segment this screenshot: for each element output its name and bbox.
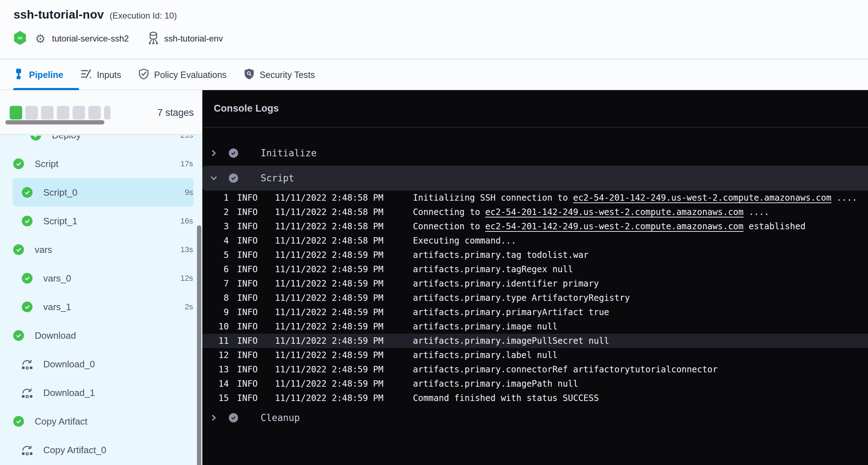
stage-segment[interactable] [25,106,38,119]
log-line: 5INFO11/11/2022 2:48:59 PMartifacts.prim… [202,248,868,262]
tab-bar: Pipeline Inputs Policy Evaluations [0,60,868,90]
stage-duration: 16s [181,216,193,226]
sidebar-item-download-0[interactable]: Download_0 [0,350,202,378]
log-message: artifacts.primary.identifier primary [413,279,599,289]
log-level: INFO [237,336,258,346]
log-message: Command finished with status SUCCESS [413,393,599,403]
host-link[interactable]: ec2-54-201-142-249.us-west-2.compute.ama… [485,221,743,231]
service-name[interactable]: tutorial-service-ssh2 [52,34,129,44]
stage-label: vars_1 [43,302,71,313]
log-timestamp: 11/11/2022 2:48:58 PM [275,236,384,246]
sidebar-item-copy-artifact[interactable]: Copy Artifact [0,407,202,436]
log-line: 1INFO11/11/2022 2:48:58 PMInitializing S… [202,191,868,205]
check-icon [13,330,24,341]
sidebar-item-script-1[interactable]: Script_116s [0,207,202,235]
log-message: artifacts.primary.tagRegex null [413,264,573,274]
stage-segment[interactable] [73,106,85,119]
check-icon [13,244,24,255]
console-header: Console Logs [202,90,868,128]
stage-duration: 17s [181,159,193,168]
log-timestamp: 11/11/2022 2:48:59 PM [275,364,384,375]
stage-segment[interactable] [41,106,54,119]
console-body: Initialize Script1INFO11/11/2022 2:48:58… [202,128,868,430]
log-section-cleanup[interactable]: Cleanup [202,405,868,430]
sidebar-item-download[interactable]: Download [0,321,202,350]
chevron-down-icon[interactable] [209,173,218,183]
sidebar-item-download-1[interactable]: Download_1 [0,378,202,407]
chevron-right-icon[interactable] [209,148,218,158]
log-timestamp: 11/11/2022 2:48:59 PM [275,293,384,303]
log-section-initialize[interactable]: Initialize [202,141,868,166]
host-link[interactable]: ec2-54-201-142-249.us-west-2.compute.ama… [485,207,743,217]
sidebar-item-copy-artifact-0[interactable]: Copy Artifact_0 [0,436,202,464]
log-line-number: 4 [202,236,229,246]
log-line-number: 10 [202,322,229,332]
log-line: 13INFO11/11/2022 2:48:59 PMartifacts.pri… [202,362,868,377]
log-line: 8INFO11/11/2022 2:48:59 PMartifacts.prim… [202,291,868,305]
stage-label: Copy Artifact_0 [43,445,106,456]
tab-inputs[interactable]: Inputs [80,60,121,89]
log-level: INFO [237,207,258,217]
log-timestamp: 11/11/2022 2:48:59 PM [275,393,384,403]
stage-strip-horizontal-scrollbar[interactable] [5,120,104,124]
tab-pipeline-label: Pipeline [29,70,63,80]
log-lines: 1INFO11/11/2022 2:48:58 PMInitializing S… [202,191,868,405]
stage-label: Script [35,158,58,170]
log-message: artifacts.primary.primaryArtifact true [413,307,609,317]
sidebar-item-vars[interactable]: vars13s [0,235,202,264]
stage-label: Download [35,330,76,341]
host-link[interactable]: ec2-54-201-142-249.us-west-2.compute.ama… [573,193,831,203]
title-row: ssh-tutorial-nov (Execution Id: 10) [0,0,868,21]
stage-label: Download_0 [43,359,95,370]
log-message: artifacts.primary.imagePath null [413,379,578,389]
environment-icon [148,31,159,46]
log-timestamp: 11/11/2022 2:48:59 PM [275,307,384,317]
page-header: ssh-tutorial-nov (Execution Id: 10) ∞ ⚙ … [0,0,868,59]
sidebar-item-vars-1[interactable]: vars_12s [0,293,202,321]
step-rollback-icon [22,387,33,398]
sidebar-item-script[interactable]: Script17s [0,150,202,178]
stage-progress-strip[interactable] [10,106,110,119]
stage-segment[interactable] [88,106,101,119]
log-message: artifacts.primary.type ArtifactoryRegist… [413,293,630,303]
check-icon [22,187,33,198]
shield-scan-icon [244,68,255,81]
tab-policy-evaluations-label: Policy Evaluations [154,70,227,80]
log-message: artifacts.primary.tag todolist.war [413,250,588,260]
sidebar-item-deploy[interactable]: Deploy29s [0,136,202,150]
stage-segment[interactable] [57,106,69,119]
stage-segment[interactable] [104,106,110,119]
log-timestamp: 11/11/2022 2:48:59 PM [275,350,384,360]
service-status-icon: ∞ [14,31,26,46]
check-icon [13,158,24,169]
log-line: 10INFO11/11/2022 2:48:59 PMartifacts.pri… [202,319,868,334]
stage-duration: 29s [181,136,193,140]
log-line: 12INFO11/11/2022 2:48:59 PMartifacts.pri… [202,348,868,362]
tab-security-tests[interactable]: Security Tests [244,60,315,89]
stage-count-label: 7 stages [157,106,194,119]
log-level: INFO [237,322,258,332]
log-line: 14INFO11/11/2022 2:48:59 PMartifacts.pri… [202,377,868,391]
log-line-number: 15 [202,393,229,403]
step-rollback-icon [22,445,33,455]
stage-list-vertical-scrollbar[interactable] [197,225,201,465]
tab-security-tests-label: Security Tests [260,70,315,80]
log-level: INFO [237,307,258,317]
log-section-script[interactable]: Script [202,166,868,191]
tab-policy-evaluations[interactable]: Policy Evaluations [138,60,227,89]
check-icon [22,216,33,226]
section-check-icon [229,413,238,422]
chevron-right-icon[interactable] [209,413,218,422]
section-label: Cleanup [261,412,300,423]
sidebar-item-script-0[interactable]: Script_09s [13,178,194,207]
section-label: Script [261,173,294,183]
tab-pipeline[interactable]: Pipeline [13,60,63,89]
log-line-number: 2 [202,207,229,217]
log-level: INFO [237,350,258,360]
log-message: Executing command... [413,236,516,246]
service-gear-icon: ⚙ [35,33,46,45]
sidebar-item-vars-0[interactable]: vars_012s [0,264,202,293]
environment-name[interactable]: ssh-tutorial-env [164,34,223,44]
log-level: INFO [237,264,258,274]
stage-segment[interactable] [10,106,22,119]
